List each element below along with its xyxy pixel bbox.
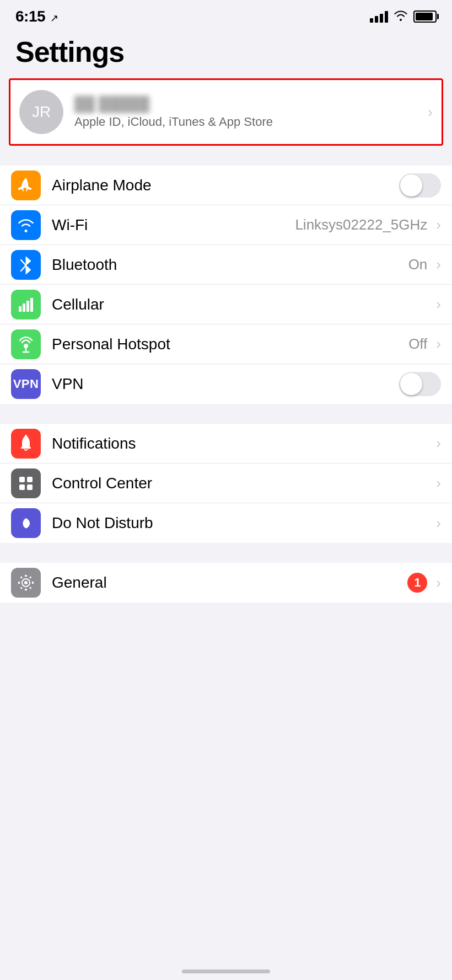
apple-id-info: ██ █████ Apple ID, iCloud, iTunes & App …	[74, 95, 423, 129]
bluetooth-label: Bluetooth	[52, 256, 408, 274]
cellular-row[interactable]: Cellular ›	[0, 285, 452, 324]
bluetooth-row[interactable]: Bluetooth On ›	[0, 245, 452, 285]
svg-point-8	[25, 435, 27, 437]
status-time: 6:15	[15, 8, 45, 25]
section-spacer-2	[0, 404, 452, 424]
control-center-icon	[11, 468, 41, 498]
wifi-value: Linksys02222_5GHz	[295, 216, 427, 233]
bluetooth-value: On	[408, 256, 428, 273]
cellular-chevron-icon: ›	[436, 296, 441, 313]
page-title: Settings	[15, 35, 437, 68]
general-label: General	[52, 574, 407, 592]
vpn-row[interactable]: VPN VPN	[0, 364, 452, 404]
svg-rect-1	[23, 303, 25, 312]
hotspot-chevron-icon: ›	[436, 335, 441, 353]
control-center-chevron-icon: ›	[436, 475, 441, 492]
wifi-label: Wi-Fi	[52, 216, 295, 234]
svg-rect-12	[27, 484, 33, 490]
airplane-mode-label: Airplane Mode	[52, 177, 399, 194]
do-not-disturb-label: Do Not Disturb	[52, 514, 432, 532]
notifications-label: Notifications	[52, 435, 432, 452]
battery-icon	[413, 10, 437, 23]
airplane-mode-icon	[11, 171, 41, 200]
network-section: Airplane Mode Wi-Fi Linksys02222_5GHz › …	[0, 166, 452, 404]
section-spacer-1	[0, 146, 452, 166]
hotspot-label: Personal Hotspot	[52, 335, 408, 353]
apple-id-name: ██ █████	[74, 95, 423, 113]
signal-icon	[370, 10, 388, 23]
notifications-icon	[11, 429, 41, 459]
general-row[interactable]: General 1 ›	[0, 563, 452, 603]
hotspot-icon	[11, 329, 41, 359]
hotspot-row[interactable]: Personal Hotspot Off ›	[0, 324, 452, 364]
toggle-knob-vpn	[400, 373, 422, 395]
avatar: JR	[19, 90, 63, 134]
home-indicator	[182, 970, 270, 973]
do-not-disturb-icon	[11, 508, 41, 538]
cellular-label: Cellular	[52, 296, 432, 313]
svg-rect-0	[19, 306, 21, 312]
airplane-mode-toggle[interactable]	[399, 173, 441, 198]
svg-rect-3	[30, 298, 33, 312]
notifications-chevron-icon: ›	[436, 435, 441, 452]
apple-id-row[interactable]: JR ██ █████ Apple ID, iCloud, iTunes & A…	[9, 78, 443, 146]
general-section: General 1 ›	[0, 563, 452, 603]
general-badge: 1	[407, 573, 427, 593]
bottom-spacer	[0, 603, 452, 636]
svg-rect-10	[27, 477, 33, 482]
do-not-disturb-row[interactable]: Do Not Disturb ›	[0, 503, 452, 543]
notifications-row[interactable]: Notifications ›	[0, 424, 452, 464]
section-spacer-3	[0, 543, 452, 563]
wifi-icon	[11, 210, 41, 240]
svg-rect-11	[19, 484, 25, 490]
hotspot-value: Off	[408, 335, 427, 353]
settings-title-area: Settings	[0, 30, 452, 78]
do-not-disturb-chevron-icon: ›	[436, 515, 441, 532]
status-bar: 6:15 ↗	[0, 0, 452, 30]
svg-point-13	[24, 581, 28, 584]
wifi-chevron-icon: ›	[436, 216, 441, 233]
vpn-icon: VPN	[11, 369, 41, 399]
vpn-label: VPN	[52, 375, 399, 393]
control-center-label: Control Center	[52, 475, 432, 492]
apple-id-section: JR ██ █████ Apple ID, iCloud, iTunes & A…	[0, 78, 452, 146]
wifi-status-icon	[394, 10, 408, 23]
bluetooth-icon	[11, 250, 41, 280]
vpn-icon-label: VPN	[13, 377, 39, 391]
general-icon	[11, 568, 41, 598]
toggle-knob	[400, 174, 422, 196]
notifications-section: Notifications › Control Center › Do Not …	[0, 424, 452, 543]
status-icons	[370, 10, 437, 23]
vpn-toggle[interactable]	[399, 372, 441, 396]
bluetooth-chevron-icon: ›	[436, 256, 441, 273]
svg-rect-2	[26, 301, 29, 312]
general-chevron-icon: ›	[436, 574, 441, 592]
apple-id-subtitle: Apple ID, iCloud, iTunes & App Store	[74, 115, 423, 129]
location-icon: ↗	[50, 13, 58, 24]
control-center-row[interactable]: Control Center ›	[0, 464, 452, 503]
chevron-right-icon: ›	[428, 104, 433, 121]
airplane-mode-row[interactable]: Airplane Mode	[0, 166, 452, 205]
cellular-icon	[11, 290, 41, 319]
wifi-row[interactable]: Wi-Fi Linksys02222_5GHz ›	[0, 205, 452, 245]
svg-rect-7	[21, 447, 31, 449]
status-time-area: 6:15 ↗	[15, 8, 58, 25]
svg-rect-9	[19, 477, 25, 482]
